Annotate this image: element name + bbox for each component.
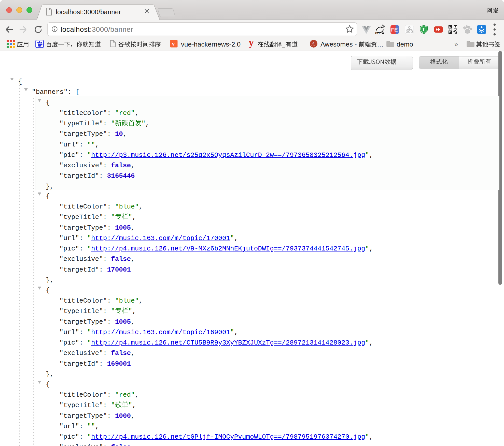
svg-text:en: en	[375, 31, 380, 35]
svg-text:T: T	[422, 27, 425, 32]
svg-text:y: y	[249, 39, 254, 48]
svg-text:FE: FE	[391, 27, 398, 33]
svg-text:A: A	[311, 41, 315, 47]
svg-text:v: v	[172, 41, 175, 47]
